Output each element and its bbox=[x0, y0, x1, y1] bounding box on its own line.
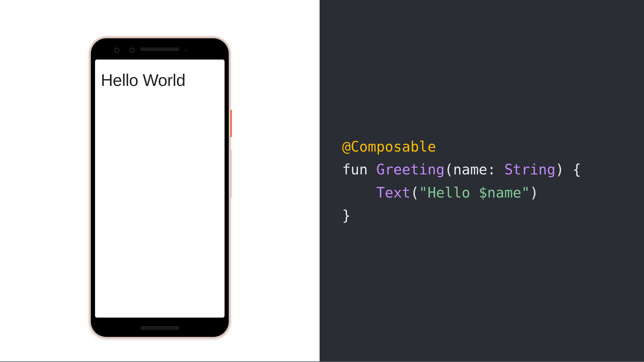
phone-frame: Hello World bbox=[89, 36, 231, 339]
code-snippet: @Composable fun Greeting(name: String) {… bbox=[342, 135, 581, 227]
phone-bezel: Hello World bbox=[91, 38, 229, 337]
volume-button-icon bbox=[230, 150, 232, 198]
front-camera-icon bbox=[114, 48, 120, 53]
speaker-icon bbox=[140, 48, 179, 51]
screen-greeting-text: Hello World bbox=[101, 70, 219, 90]
code-paren: ) bbox=[555, 161, 564, 178]
code-paren: ( bbox=[410, 184, 419, 201]
code-keyword-fun: fun bbox=[342, 161, 368, 178]
power-button-icon bbox=[230, 110, 232, 137]
code-brace: } bbox=[342, 207, 351, 224]
code-paren: ( bbox=[445, 161, 453, 178]
code-brace: { bbox=[572, 161, 581, 178]
code-annotation: @Composable bbox=[342, 138, 436, 155]
code-colon: : bbox=[487, 161, 496, 178]
code-function-name: Greeting bbox=[376, 161, 445, 178]
code-param-name: name bbox=[453, 161, 487, 178]
code-param-type: String bbox=[504, 161, 555, 178]
code-paren: ) bbox=[530, 184, 539, 201]
code-text-call: Text bbox=[376, 184, 410, 201]
sensor-icon bbox=[185, 49, 187, 52]
front-camera-icon bbox=[130, 48, 135, 53]
bottom-speaker-icon bbox=[140, 326, 179, 330]
phone-screen: Hello World bbox=[95, 60, 225, 318]
code-panel: @Composable fun Greeting(name: String) {… bbox=[320, 0, 644, 362]
code-string: "Hello $name" bbox=[419, 184, 530, 201]
preview-panel: Hello World bbox=[0, 0, 320, 362]
